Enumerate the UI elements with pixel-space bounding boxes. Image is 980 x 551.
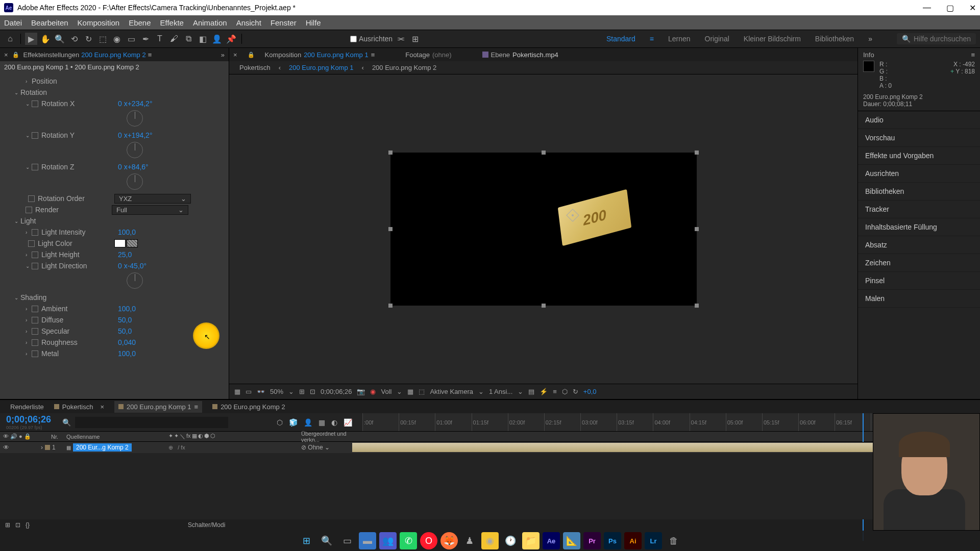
timeline-search[interactable] bbox=[75, 417, 228, 428]
stopwatch-icon[interactable] bbox=[32, 350, 38, 357]
tab-renderliste[interactable]: Renderliste bbox=[10, 403, 44, 411]
resolution-icon[interactable]: ▭ bbox=[246, 388, 252, 395]
app-icon[interactable]: 🗑 bbox=[665, 532, 682, 549]
panel-close-icon[interactable]: × bbox=[4, 51, 8, 59]
snap-options-icon[interactable]: ⫘ bbox=[395, 33, 407, 45]
parent-select[interactable]: Ohne bbox=[308, 444, 323, 451]
shape-tool-icon[interactable]: ▭ bbox=[125, 33, 137, 45]
camera-tool-icon[interactable]: ⬚ bbox=[96, 33, 109, 45]
side-bibliotheken[interactable]: Bibliotheken bbox=[858, 183, 980, 201]
menu-animation[interactable]: Animation bbox=[193, 18, 227, 27]
workspace-kleiner[interactable]: Kleiner Bildschirm bbox=[744, 35, 801, 43]
side-pinsel[interactable]: Pinsel bbox=[858, 272, 980, 290]
prop-rotation[interactable]: Rotation bbox=[20, 88, 47, 96]
tab-menu-icon[interactable]: ≡ bbox=[148, 51, 152, 59]
tab-komposition[interactable]: Komposition bbox=[265, 51, 302, 59]
solo-icon[interactable]: ● bbox=[19, 433, 22, 440]
stopwatch-icon[interactable] bbox=[26, 207, 32, 213]
chevron-down-icon[interactable]: ⌄ bbox=[288, 388, 294, 395]
guides-icon[interactable]: ⊡ bbox=[310, 388, 315, 395]
teams-icon[interactable]: 👥 bbox=[379, 532, 397, 549]
prop-shading[interactable]: Shading bbox=[20, 293, 46, 302]
rotation-dial-y[interactable] bbox=[127, 142, 143, 158]
effect-tab-label[interactable]: Effekteinstellungen bbox=[23, 51, 80, 59]
pixel-aspect-icon[interactable]: ▤ bbox=[528, 388, 534, 395]
effect-tab-compname[interactable]: 200 Euro.png Komp 2 bbox=[81, 51, 145, 59]
prop-specular-val[interactable]: 50,0 bbox=[118, 327, 132, 335]
timeline-timecode[interactable]: 0;00;06;26 bbox=[6, 414, 56, 425]
prop-metal-val[interactable]: 100,0 bbox=[118, 349, 136, 358]
render-select[interactable]: Full⌄ bbox=[112, 205, 188, 215]
app-icon[interactable]: 📐 bbox=[563, 532, 580, 549]
workspace-overflow-icon[interactable]: » bbox=[868, 35, 872, 43]
search-taskbar-icon[interactable]: 🔍 bbox=[318, 532, 335, 549]
chevron-left-icon[interactable]: ‹ bbox=[279, 64, 281, 71]
clock-icon[interactable]: 🕐 bbox=[502, 532, 519, 549]
rotation-dial-x[interactable] bbox=[127, 110, 143, 127]
orbit-tool-icon[interactable]: ⟲ bbox=[68, 33, 80, 45]
menu-hilfe[interactable]: Hilfe bbox=[306, 18, 321, 27]
side-effekte[interactable]: Effekte und Vorgaben bbox=[858, 147, 980, 165]
help-search[interactable]: 🔍 Hilfe durchsuchen bbox=[897, 33, 976, 44]
draft3d-icon[interactable]: 🧊 bbox=[289, 418, 298, 427]
workspace-original[interactable]: Original bbox=[705, 35, 729, 43]
tab-pokertisch[interactable]: Pokertisch× bbox=[54, 403, 104, 411]
timeline-icon[interactable]: ≡ bbox=[553, 388, 557, 395]
side-tracker[interactable]: Tracker bbox=[858, 201, 980, 218]
stopwatch-icon[interactable] bbox=[28, 195, 35, 202]
comp-lock-icon[interactable]: 🔒 bbox=[248, 52, 255, 58]
region-icon[interactable]: ⬚ bbox=[419, 388, 425, 395]
home-icon[interactable]: ⌂ bbox=[4, 33, 16, 45]
workspace-standard[interactable]: Standard bbox=[606, 35, 635, 43]
rotate-tool-icon[interactable]: ↻ bbox=[82, 33, 94, 45]
mask-icon[interactable]: 👓 bbox=[257, 388, 265, 395]
tab-komposition-name[interactable]: 200 Euro.png Komp 1 bbox=[304, 51, 368, 59]
app-icon[interactable]: ◉ bbox=[481, 532, 499, 549]
stopwatch-icon[interactable] bbox=[28, 240, 35, 247]
graph-editor-icon[interactable]: 📈 bbox=[344, 418, 352, 427]
ae-taskbar-icon[interactable]: Ae bbox=[543, 532, 560, 549]
side-inhalt[interactable]: Inhaltsbasierte Füllung bbox=[858, 218, 980, 236]
premiere-icon[interactable]: Pr bbox=[583, 532, 601, 549]
comp-flowchart-icon[interactable]: ⬡ bbox=[277, 418, 283, 427]
type-tool-icon[interactable]: T bbox=[154, 33, 166, 45]
clone-tool-icon[interactable]: ⧉ bbox=[182, 33, 194, 45]
shy-icon[interactable]: 👤 bbox=[304, 418, 312, 427]
panel-menu-icon[interactable]: ≡ bbox=[971, 51, 975, 59]
crumb-komp2[interactable]: 200 Euro.png Komp 2 bbox=[372, 64, 436, 71]
tab-komp1[interactable]: 200 Euro.png Komp 1≡ bbox=[114, 401, 202, 413]
maximize-button[interactable]: ▢ bbox=[946, 3, 954, 13]
panel-lock-icon[interactable]: 🔒 bbox=[12, 52, 19, 58]
stopwatch-icon[interactable] bbox=[32, 317, 38, 323]
opera-icon[interactable]: O bbox=[420, 532, 437, 549]
side-zeichen[interactable]: Zeichen bbox=[858, 254, 980, 272]
toggle-switches-icon[interactable]: ⊞ bbox=[5, 521, 10, 529]
prop-roughness-val[interactable]: 0,040 bbox=[118, 338, 136, 346]
stopwatch-icon[interactable] bbox=[32, 339, 38, 346]
prop-lightint-val[interactable]: 100,0 bbox=[118, 228, 136, 236]
resolution-select[interactable]: Voll bbox=[381, 388, 391, 395]
snap-checkbox[interactable] bbox=[350, 36, 357, 42]
menu-ansicht[interactable]: Ansicht bbox=[236, 18, 261, 27]
layer-row[interactable]: 👁 ›1 ▦200 Eur...g Komp 2 ⊕ / fx ⊘ Ohne ⌄ bbox=[0, 442, 980, 453]
brush-tool-icon[interactable]: 🖌 bbox=[168, 33, 180, 45]
minimize-button[interactable]: — bbox=[923, 3, 931, 13]
light-direction-dial[interactable] bbox=[127, 272, 143, 289]
stopwatch-icon[interactable] bbox=[32, 306, 38, 312]
comp-close-icon[interactable]: × bbox=[233, 51, 237, 59]
prop-lighth-val[interactable]: 25,0 bbox=[118, 251, 132, 259]
tab-ebene[interactable]: Ebene bbox=[491, 51, 510, 59]
reset-exp-icon[interactable]: ↻ bbox=[573, 388, 578, 395]
widgets-icon[interactable]: ▬ bbox=[359, 532, 376, 549]
puppet-tool-icon[interactable]: 📌 bbox=[225, 33, 237, 45]
tab-footage[interactable]: Footage bbox=[405, 51, 430, 59]
timecode-display[interactable]: 0;00;06;26 bbox=[321, 388, 352, 395]
crumb-pokertisch[interactable]: Pokertisch bbox=[239, 64, 271, 71]
stopwatch-icon[interactable] bbox=[32, 132, 38, 139]
speaker-icon[interactable]: 🔊 bbox=[10, 433, 17, 440]
search-icon[interactable]: 🔍 bbox=[62, 418, 71, 427]
hand-tool-icon[interactable]: ✋ bbox=[39, 33, 52, 45]
channel-icon[interactable]: ◉ bbox=[370, 388, 376, 395]
side-malen[interactable]: Malen bbox=[858, 290, 980, 308]
whatsapp-icon[interactable]: ✆ bbox=[400, 532, 417, 549]
